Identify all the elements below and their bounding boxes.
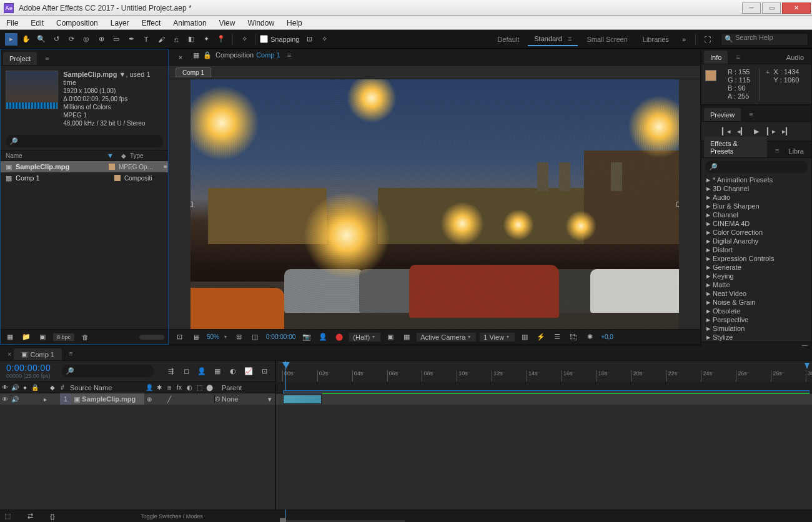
- frame-blend-icon[interactable]: ▦: [211, 365, 224, 377]
- item-label-color[interactable]: [109, 164, 115, 170]
- new-comp-icon[interactable]: ▣: [37, 332, 48, 342]
- panel-menu-icon[interactable]: ≡: [284, 48, 294, 62]
- rotate-tool[interactable]: ⟳: [65, 33, 77, 46]
- pen-tool[interactable]: ✒: [125, 33, 137, 46]
- snapping-checkbox[interactable]: [260, 35, 268, 43]
- toggle3-icon[interactable]: {}: [46, 510, 59, 523]
- clone-tool[interactable]: ⎌: [170, 33, 182, 46]
- timeline-tracks[interactable]: [276, 393, 812, 510]
- expand-toggle[interactable]: ▸: [40, 396, 50, 403]
- project-search-input[interactable]: 🔎: [6, 135, 163, 147]
- snapshot-icon[interactable]: 📷: [300, 332, 313, 343]
- parent-dropdown[interactable]: None ▾: [219, 395, 275, 403]
- reset-exposure-icon[interactable]: ✺: [583, 332, 596, 343]
- effect-category[interactable]: ▶Blur & Sharpen: [701, 202, 811, 210]
- menu-help[interactable]: Help: [280, 16, 309, 30]
- shape-tool[interactable]: ▭: [110, 33, 122, 46]
- effect-category[interactable]: ▶Neat Video: [701, 289, 811, 298]
- minimize-button[interactable]: ─: [742, 2, 761, 14]
- interpret-footage-icon[interactable]: ▦: [4, 332, 16, 342]
- video-col-icon[interactable]: 👁: [0, 384, 10, 391]
- snap-option-icon[interactable]: ⊡: [304, 33, 316, 46]
- effect-category[interactable]: ▶Distort: [701, 245, 811, 254]
- draft3d-icon[interactable]: ◻: [180, 365, 192, 377]
- menu-composition[interactable]: Composition: [50, 16, 104, 30]
- project-item[interactable]: ▣SampleClip.mpgMPEG Op…⚭: [1, 161, 168, 172]
- menu-view[interactable]: View: [213, 16, 242, 30]
- graph-editor-icon[interactable]: 📈: [242, 365, 255, 377]
- bpc-button[interactable]: 8 bpc: [53, 333, 74, 341]
- transform-handle-left[interactable]: [191, 202, 193, 207]
- effect-category[interactable]: ▶3D Channel: [701, 184, 811, 193]
- sync-settings-icon[interactable]: ⛶: [701, 33, 713, 46]
- label-col-icon[interactable]: ◆: [47, 384, 57, 391]
- toggle-mask-icon[interactable]: ◫: [249, 332, 261, 343]
- menu-edit[interactable]: Edit: [24, 16, 50, 30]
- resolution-dropdown[interactable]: (Half)▾: [349, 333, 380, 342]
- pixel-aspect-icon[interactable]: ▥: [518, 332, 531, 343]
- last-frame-button[interactable]: ▸▎: [781, 126, 791, 136]
- effect-category[interactable]: ▶Perspective: [701, 315, 811, 324]
- transparency-grid-icon[interactable]: ▦: [400, 332, 413, 343]
- lock-col-icon[interactable]: 🔒: [30, 384, 40, 391]
- transform-handle-right[interactable]: [676, 202, 679, 207]
- workspace-libraries[interactable]: Libraries: [636, 33, 675, 46]
- time-ruler[interactable]: 00s02s04s06s08s10s12s14s16s18s20s22s24s2…: [276, 361, 812, 382]
- tab-libraries[interactable]: Libra: [783, 144, 810, 157]
- effect-category[interactable]: ▶Simulation: [701, 324, 811, 333]
- effect-category[interactable]: ▶Generate: [701, 263, 811, 272]
- panel-menu-icon[interactable]: ≡: [733, 50, 743, 64]
- effect-category[interactable]: ▶Channel: [701, 210, 811, 219]
- effect-category[interactable]: ▶* Animation Presets: [701, 175, 811, 184]
- camera-dropdown[interactable]: Active Camera▾: [417, 333, 476, 342]
- workspace-default[interactable]: Default: [491, 33, 525, 46]
- toggle1-icon[interactable]: ⬚: [1, 510, 14, 523]
- timeline-zoom-slider[interactable]: [280, 520, 405, 523]
- layer-controls-icon[interactable]: ▦: [193, 51, 199, 59]
- puppet-tool[interactable]: 📍: [215, 33, 227, 46]
- effect-category[interactable]: ▶Color Correction: [701, 228, 811, 237]
- panel-menu-icon[interactable]: ≡: [746, 107, 756, 121]
- workspace-small-screen[interactable]: Small Screen: [580, 33, 633, 46]
- workspace-overflow-icon[interactable]: »: [678, 33, 690, 46]
- panel-menu-icon[interactable]: ≡: [66, 347, 76, 360]
- menu-layer[interactable]: Layer: [104, 16, 136, 30]
- effect-category[interactable]: ▶Matte: [701, 280, 811, 289]
- project-item[interactable]: ▩Comp 1Compositi: [1, 172, 168, 184]
- orbit-tool[interactable]: ↺: [50, 33, 62, 46]
- work-area-end[interactable]: [805, 363, 810, 369]
- effect-category[interactable]: ▶Audio: [701, 193, 811, 202]
- brainstorm-icon[interactable]: ⊡: [258, 365, 270, 377]
- menu-effect[interactable]: Effect: [136, 16, 167, 30]
- lock-icon[interactable]: 🔒: [203, 51, 212, 59]
- views-dropdown[interactable]: 1 View▾: [480, 333, 515, 342]
- toggle2-icon[interactable]: ⇄: [24, 510, 36, 523]
- hand-tool[interactable]: ✋: [20, 33, 32, 46]
- anchor-tool[interactable]: ⊕: [95, 33, 107, 46]
- next-frame-button[interactable]: ▎▸: [766, 126, 776, 136]
- parent-header[interactable]: Parent: [219, 384, 275, 392]
- sort-icon[interactable]: ▼: [107, 152, 114, 159]
- menu-file[interactable]: File: [0, 16, 24, 30]
- close-tab-icon[interactable]: ×: [5, 348, 14, 360]
- item-label-color[interactable]: [114, 175, 121, 181]
- hide-shy-icon[interactable]: 👤: [196, 365, 208, 377]
- zoom-tool[interactable]: 🔍: [35, 33, 47, 46]
- col-type[interactable]: Type: [125, 152, 144, 159]
- col-name[interactable]: Name: [1, 152, 107, 159]
- timeline-search-input[interactable]: 🔎: [62, 365, 154, 377]
- roi-icon[interactable]: ▣: [384, 332, 397, 343]
- workspace-standard[interactable]: Standard ≡: [528, 32, 578, 46]
- layer-row[interactable]: 👁 🔊 ▸ 1 ▣ SampleClip.mpg ⊕╱ © None ▾: [0, 393, 275, 405]
- play-button[interactable]: ▶: [751, 126, 761, 136]
- eraser-tool[interactable]: ◧: [185, 33, 197, 46]
- audio-col-icon[interactable]: 🔊: [10, 384, 20, 391]
- trash-icon[interactable]: 🗑: [79, 332, 91, 342]
- local-axis-icon[interactable]: ✧: [238, 33, 250, 46]
- tab-project[interactable]: Project: [3, 52, 37, 65]
- menu-window[interactable]: Window: [241, 16, 280, 30]
- toggle-switches-button[interactable]: Toggle Switches / Modes: [141, 513, 203, 520]
- snap-option2-icon[interactable]: ✧: [319, 33, 331, 46]
- maximize-button[interactable]: ▭: [762, 2, 781, 14]
- search-help-input[interactable]: 🔍 Search Help: [721, 33, 808, 46]
